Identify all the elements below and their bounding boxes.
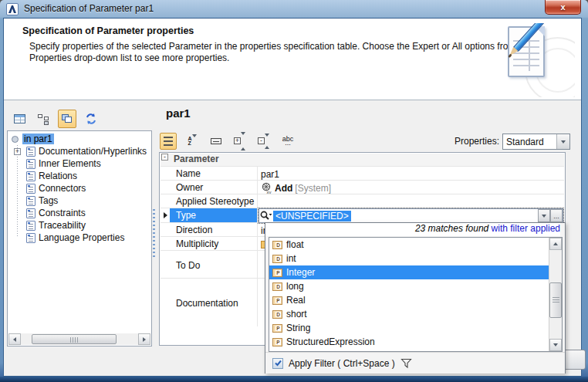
- tree-item-inner-elements[interactable]: Inner Elements: [26, 157, 101, 170]
- spec-page-icon: [26, 159, 35, 169]
- table-view-icon: [14, 114, 25, 123]
- properties-mode-combobox[interactable]: Standard: [502, 134, 570, 150]
- todo-label: To Do: [170, 251, 258, 278]
- type-dropdown-button[interactable]: [538, 209, 550, 222]
- tree-item-documentation[interactable]: Documentation/Hyperlinks: [26, 145, 147, 157]
- document-pencil-icon: [502, 23, 575, 97]
- tree-item-relations[interactable]: Relations: [26, 170, 77, 182]
- datatype-icon: D: [272, 255, 282, 263]
- apply-filter-label: Apply Filter ( Ctrl+Space ): [289, 358, 395, 369]
- owner-value[interactable]: xy Add [System]: [258, 181, 564, 194]
- group-label: Parameter: [168, 154, 219, 166]
- popup-status-bar: 23 matches found with filter applied: [265, 223, 560, 236]
- type-selection-popup: 23 matches found with filter applied D f…: [265, 222, 566, 374]
- type-option-float[interactable]: D float: [269, 238, 549, 252]
- title-bar[interactable]: Specification of Parameter par1 x: [0, 0, 588, 18]
- selected-row-arrow: [164, 212, 167, 218]
- close-button[interactable]: x: [545, 0, 581, 15]
- properties-mode-value: Standard: [503, 137, 556, 147]
- tree-view-button[interactable]: [34, 110, 52, 128]
- spec-page-icon: [26, 171, 35, 181]
- categorized-view-icon: [164, 137, 173, 146]
- type-option-int[interactable]: D int: [269, 252, 549, 265]
- tree-toolbar: [10, 109, 100, 129]
- cascade-view-button[interactable]: [58, 110, 76, 128]
- matches-found-text: 23 matches found: [415, 223, 488, 234]
- primitive-type-icon: P: [272, 269, 282, 277]
- header-description-line1: Specify properties of the selected Param…: [29, 41, 531, 52]
- tree-item-constraints[interactable]: Constraints: [26, 207, 86, 219]
- flat-view-icon: [211, 138, 221, 144]
- documentation-label: Documentation: [170, 279, 258, 326]
- tree-root-label: in par1: [22, 134, 54, 144]
- header-title: Specification of Parameter properties: [22, 25, 194, 36]
- primitive-type-icon: P: [272, 338, 282, 347]
- spec-page-icon: [26, 233, 35, 243]
- expand-all-button[interactable]: +: [231, 133, 248, 150]
- row-type[interactable]: Type <UNSPECIFIED> ...: [161, 208, 564, 223]
- spec-page-icon: [26, 147, 35, 157]
- tree-item-language-properties[interactable]: Language Properties: [26, 232, 124, 244]
- collapse-group-toggle[interactable]: -: [161, 154, 168, 161]
- type-option-integer-selected[interactable]: P Integer: [269, 265, 549, 279]
- spec-page-icon: [26, 208, 35, 218]
- type-option-long[interactable]: D long: [269, 279, 549, 293]
- row-applied-stereotype[interactable]: Applied Stereotype: [161, 194, 564, 208]
- tree-item-tags[interactable]: Tags: [26, 194, 58, 207]
- datatype-icon: D: [272, 282, 282, 291]
- element-title: par1: [166, 106, 191, 120]
- scroll-right-button[interactable]: [138, 333, 150, 345]
- group-row-parameter[interactable]: - Parameter: [161, 154, 564, 167]
- row-name[interactable]: Name par1: [161, 167, 564, 181]
- type-option-structuredexpression[interactable]: P StructuredExpression: [269, 335, 549, 349]
- type-option-string[interactable]: P String: [269, 321, 549, 335]
- scroll-up-button[interactable]: [549, 238, 562, 250]
- properties-toolbar: A Z + -: [160, 131, 296, 151]
- window-title: Specification of Parameter par1: [24, 3, 154, 14]
- collapse-all-button[interactable]: -: [255, 133, 272, 150]
- activity-icon: xy: [261, 182, 272, 194]
- datatype-icon: D: [272, 310, 282, 319]
- scroll-down-button[interactable]: [549, 339, 562, 351]
- panel-splitter[interactable]: [153, 209, 155, 257]
- tree-root-item[interactable]: in par1: [12, 133, 54, 145]
- properties-table-view-button[interactable]: [10, 110, 29, 128]
- search-icon: [259, 210, 273, 221]
- scrollbar-thumb[interactable]: [549, 282, 562, 318]
- row-owner[interactable]: Owner xy Add [System]: [161, 181, 564, 194]
- combo-dropdown-button[interactable]: [556, 134, 569, 149]
- specification-dialog: Specification of Parameter par1 x Specif…: [0, 0, 588, 382]
- sort-alphabetically-button[interactable]: A Z: [184, 133, 201, 150]
- type-list-scrollbar[interactable]: [549, 238, 562, 351]
- dialog-header: Specification of Parameter properties Sp…: [4, 19, 581, 100]
- spec-page-icon: [26, 221, 35, 231]
- flat-view-button[interactable]: [208, 133, 225, 150]
- scroll-left-button[interactable]: [8, 333, 21, 345]
- window-bottom-frame: [0, 377, 588, 382]
- stereotype-value[interactable]: [258, 194, 564, 208]
- type-option-real[interactable]: P Real: [269, 293, 549, 307]
- collapse-all-icon: -: [258, 136, 270, 147]
- name-value[interactable]: par1: [258, 167, 564, 180]
- description-area-button[interactable]: abc ...: [279, 133, 296, 150]
- refresh-icon: [85, 113, 97, 125]
- tree-horizontal-scrollbar[interactable]: [8, 333, 150, 345]
- type-editor-combobox[interactable]: <UNSPECIFIED> ...: [259, 208, 563, 223]
- type-option-short[interactable]: D short: [269, 307, 549, 321]
- tree-item-connectors[interactable]: Connectors: [26, 182, 86, 194]
- categorized-view-button[interactable]: [160, 133, 177, 150]
- refresh-button[interactable]: [82, 110, 100, 128]
- properties-mode-label: Properties:: [436, 136, 499, 147]
- app-icon: [6, 3, 19, 15]
- tree-item-traceability[interactable]: Traceability: [26, 219, 86, 232]
- apply-filter-checkbox[interactable]: [272, 358, 283, 369]
- filter-applied-link[interactable]: with filter applied: [488, 223, 560, 234]
- filter-funnel-icon[interactable]: [400, 358, 412, 369]
- name-label: Name: [170, 167, 258, 180]
- expand-toggle[interactable]: +: [14, 148, 21, 155]
- type-browse-button[interactable]: ...: [550, 209, 563, 222]
- spec-page-icon: [26, 196, 35, 206]
- type-label: Type: [170, 208, 258, 222]
- scrollbar-thumb[interactable]: [32, 334, 117, 344]
- expand-all-icon: +: [234, 136, 246, 147]
